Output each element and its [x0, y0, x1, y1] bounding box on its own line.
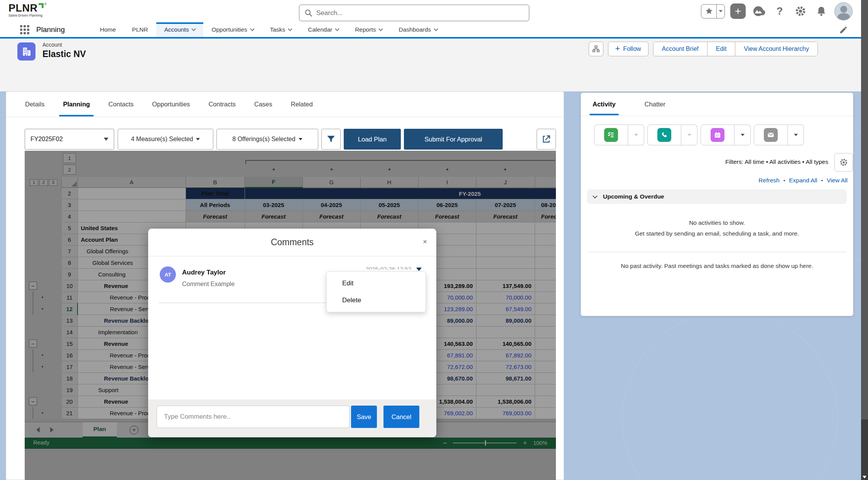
- comment-timestamp: 2025-02-26 12:52: [366, 266, 411, 269]
- plnr-logo: PLNR ® Sales-Driven Planning: [8, 2, 47, 17]
- record-title: Elastic NV: [42, 49, 86, 59]
- load-plan-button[interactable]: Load Plan: [344, 129, 401, 150]
- follow-plus-icon: +: [615, 44, 620, 53]
- nav-tabs: HomePLNRAccountsOpportunitiesTasksCalend…: [92, 22, 446, 37]
- help-icon: ?: [777, 5, 783, 17]
- activity-settings-button[interactable]: [834, 153, 853, 172]
- expand-all-link[interactable]: Expand All: [789, 177, 817, 184]
- cancel-button[interactable]: Cancel: [383, 406, 419, 428]
- menu-item-edit[interactable]: Edit: [327, 275, 426, 292]
- nav-tab-home[interactable]: Home: [92, 22, 124, 37]
- nav-tab-tasks[interactable]: Tasks: [262, 22, 300, 37]
- refresh-link[interactable]: Refresh: [758, 177, 779, 184]
- get-started-text: Get started by sending an email, schedul…: [581, 230, 853, 237]
- comment-input[interactable]: [157, 406, 350, 428]
- org-chart-icon: [592, 45, 600, 53]
- notification-bell-icon: [816, 5, 827, 17]
- submit-approval-button[interactable]: Submit For Approval: [404, 129, 503, 150]
- trailhead-button[interactable]: [751, 3, 767, 19]
- account-record-icon: [17, 42, 35, 61]
- record-tab-details[interactable]: Details: [24, 93, 46, 116]
- help-button[interactable]: ?: [772, 3, 787, 19]
- external-link-icon: [541, 134, 551, 144]
- app-launcher-icon[interactable]: [20, 25, 29, 34]
- no-past-activity-text: No past activity. Past meetings and task…: [581, 263, 853, 269]
- user-avatar[interactable]: [834, 2, 853, 20]
- account-brief-button[interactable]: Account Brief: [654, 42, 708, 56]
- chevron-down-icon: [434, 27, 438, 31]
- nav-tab-opportunities[interactable]: Opportunities: [203, 22, 262, 37]
- record-tab-cases[interactable]: Cases: [253, 93, 274, 116]
- scrollbar-thumb[interactable]: [861, 0, 868, 419]
- tab-chatter[interactable]: Chatter: [645, 101, 665, 108]
- edit-nav-pencil-icon[interactable]: [839, 25, 848, 36]
- nav-tab-accounts[interactable]: Accounts: [156, 22, 204, 37]
- notifications-button[interactable]: [814, 3, 829, 19]
- chevron-down-icon: [192, 27, 196, 31]
- offerings-dropdown[interactable]: 8 Offerings(s) Selected: [216, 129, 318, 150]
- favorites-star-icon: [701, 7, 716, 15]
- view-account-hierarchy-button[interactable]: View Account Hierarchy: [735, 42, 817, 56]
- global-search[interactable]: Search...: [299, 5, 529, 21]
- no-activities-text: No activities to show.: [581, 219, 853, 226]
- log-call-caret[interactable]: [681, 125, 697, 145]
- new-event-button[interactable]: [701, 125, 735, 145]
- caret-down-icon: [196, 138, 200, 140]
- new-task-button[interactable]: [594, 125, 628, 145]
- setup-gear-icon: [794, 5, 807, 17]
- email-caret[interactable]: [788, 125, 804, 145]
- email-button-group: [754, 125, 804, 145]
- chevron-down-icon: [593, 194, 598, 199]
- record-tab-related[interactable]: Related: [289, 93, 314, 116]
- tab-activity[interactable]: Activity: [593, 101, 616, 108]
- favorites-caret-icon[interactable]: [717, 10, 724, 12]
- view-all-link[interactable]: View All: [827, 177, 848, 184]
- record-tab-planning[interactable]: Planning: [61, 93, 91, 116]
- record-tab-opportunities[interactable]: Opportunities: [150, 93, 191, 116]
- nav-tab-reports[interactable]: Reports: [347, 22, 390, 37]
- new-task-caret[interactable]: [628, 125, 644, 145]
- chevron-down-icon: [288, 27, 292, 31]
- activity-action-buttons: [594, 125, 804, 145]
- email-icon: [764, 128, 778, 142]
- filter-button[interactable]: [321, 129, 341, 150]
- log-a-call-button[interactable]: [647, 125, 681, 145]
- nav-tab-dashboards[interactable]: Dashboards: [390, 22, 446, 37]
- activity-panel: Activity Chatter: [581, 93, 853, 316]
- comments-modal: Comments × AT Audrey Taylor Comment Exam…: [148, 229, 436, 437]
- nav-tab-calendar[interactable]: Calendar: [300, 22, 347, 37]
- logo-corner-mark: [39, 3, 44, 8]
- nav-tab-plnr[interactable]: PLNR: [124, 22, 156, 37]
- global-add-button[interactable]: +: [730, 3, 746, 19]
- expand-sheet-button[interactable]: [537, 129, 556, 150]
- logo-tagline: Sales-Driven Planning: [8, 13, 47, 17]
- record-tab-contacts[interactable]: Contacts: [107, 93, 135, 116]
- comment-text: Comment Example: [182, 281, 235, 288]
- modal-title: Comments: [271, 237, 314, 248]
- hierarchy-button[interactable]: [589, 42, 603, 56]
- email-button[interactable]: [754, 125, 788, 145]
- measures-dropdown[interactable]: 4 Measure(s) Selected: [118, 129, 213, 150]
- edit-button[interactable]: Edit: [708, 42, 736, 56]
- save-button[interactable]: Save: [351, 406, 377, 428]
- activity-links: Refresh•Expand All•View All: [758, 177, 848, 184]
- period-select[interactable]: FY2025F02: [25, 129, 114, 150]
- scroll-down-arrow-icon[interactable]: [863, 476, 866, 478]
- setup-button[interactable]: [793, 3, 808, 19]
- planning-spreadsheet: 1 2 123ABFGHIJ2Plan TotalFY-20253All Per…: [25, 151, 556, 480]
- logo-text: PLNR: [8, 2, 38, 14]
- record-tab-contracts[interactable]: Contracts: [207, 93, 237, 116]
- screen: PLNR ® Sales-Driven Planning Search... +…: [0, 0, 868, 480]
- new-event-button-group: [701, 125, 751, 145]
- search-placeholder: Search...: [316, 9, 343, 17]
- page-scrollbar[interactable]: [861, 0, 868, 480]
- upcoming-overdue-section[interactable]: Upcoming & Overdue: [587, 189, 847, 204]
- search-icon: [305, 9, 312, 17]
- follow-button[interactable]: + Follow: [608, 42, 648, 56]
- favorites-button[interactable]: [701, 4, 725, 19]
- menu-item-delete[interactable]: Delete: [327, 292, 426, 309]
- comment-menu-caret-icon[interactable]: [416, 268, 422, 271]
- close-icon[interactable]: ×: [423, 238, 427, 245]
- gear-icon: [839, 158, 848, 167]
- new-event-caret[interactable]: [735, 125, 751, 145]
